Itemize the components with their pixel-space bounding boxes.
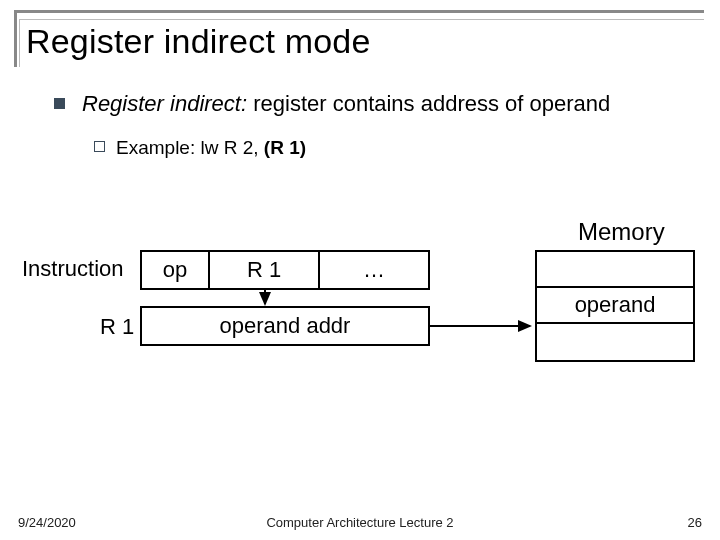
bullet-sub: Example: lw R 2, (R 1) xyxy=(94,136,694,160)
instr-op-box: op xyxy=(140,250,210,290)
slide-title: Register indirect mode xyxy=(26,22,704,61)
footer-page: 26 xyxy=(688,515,702,530)
example-prefix: Example: lw R 2, xyxy=(116,137,264,158)
r1-label: R 1 xyxy=(100,314,134,340)
memory-stack: operand xyxy=(535,250,695,362)
memory-cell-operand: operand xyxy=(537,288,693,324)
memory-label: Memory xyxy=(578,218,665,246)
bullet-lead: Register indirect: xyxy=(82,91,247,116)
memory-cell-empty-bottom xyxy=(537,324,693,360)
register-box: operand addr xyxy=(140,306,430,346)
body-text: Register indirect: register contains add… xyxy=(54,90,694,159)
instruction-label: Instruction xyxy=(22,256,124,282)
bullet-main: Register indirect: register contains add… xyxy=(54,90,694,118)
title-frame: Register indirect mode xyxy=(14,10,704,67)
instr-dots-box: … xyxy=(320,250,430,290)
arrows-svg xyxy=(0,0,720,540)
memory-cell-empty-top xyxy=(537,252,693,288)
bullet-rest: register contains address of operand xyxy=(247,91,610,116)
diagram: Instruction R 1 op R 1 … operand addr op… xyxy=(0,0,720,540)
example-bold: (R 1) xyxy=(264,137,306,158)
footer-center: Computer Architecture Lecture 2 xyxy=(0,515,720,530)
instr-r1-box: R 1 xyxy=(210,250,320,290)
